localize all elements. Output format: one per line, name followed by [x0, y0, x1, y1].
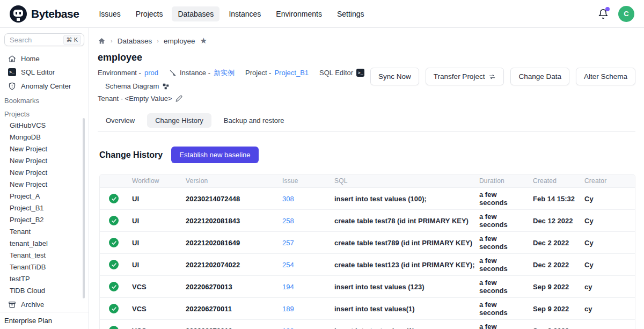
- success-check-icon: [109, 260, 119, 269]
- creator-cell: Cy: [580, 210, 635, 232]
- creator-cell: Cy: [580, 188, 635, 210]
- sql-editor-link-label[interactable]: SQL Editor: [319, 68, 353, 78]
- sidebar-project-item[interactable]: GitHubVCS: [0, 120, 89, 131]
- sidebar-project-item[interactable]: tenant_label: [0, 238, 89, 250]
- sidebar-item-sql-editor[interactable]: >_ SQL Editor: [0, 65, 89, 79]
- bytebase-logo[interactable]: Bytebase: [10, 5, 79, 23]
- success-check-icon: [109, 216, 119, 225]
- sidebar-projects-list: GitHubVCSMongoDBNew ProjectNew ProjectNe…: [0, 120, 89, 297]
- brand-name: Bytebase: [31, 8, 79, 20]
- sidebar-project-item[interactable]: New Project: [0, 167, 89, 179]
- col-creator: Creator: [580, 174, 635, 188]
- sidebar-project-item[interactable]: New Project: [0, 179, 89, 191]
- table-row[interactable]: UI 20230214072448 308 insert into test v…: [100, 188, 635, 210]
- version-cell: 20230214072448: [181, 188, 278, 210]
- search-input[interactable]: Search ⌘ K: [4, 33, 84, 46]
- environment-link[interactable]: prod: [144, 68, 158, 78]
- user-avatar[interactable]: C: [618, 6, 634, 22]
- table-row[interactable]: VCS 202206270010 188 insert into test va…: [100, 320, 635, 329]
- sidebar-item-home[interactable]: Home: [0, 52, 89, 65]
- nav-item-settings[interactable]: Settings: [331, 6, 370, 21]
- edit-pencil-icon[interactable]: [175, 95, 182, 102]
- nav-item-projects[interactable]: Projects: [130, 6, 169, 21]
- issue-link[interactable]: 258: [282, 217, 294, 225]
- sidebar-project-item[interactable]: New Project: [0, 143, 89, 155]
- duration-cell: a few seconds: [475, 188, 529, 210]
- transfer-project-button[interactable]: Transfer Project: [426, 68, 504, 85]
- created-cell: Dec 2 2022: [529, 232, 580, 254]
- sidebar-project-item[interactable]: TenantTiDB: [0, 261, 89, 273]
- sidebar-project-item[interactable]: TiDB Cloud: [0, 285, 89, 297]
- project-link[interactable]: Project_B1: [274, 68, 309, 78]
- breadcrumb-databases[interactable]: Databases: [118, 37, 152, 45]
- issue-link[interactable]: 188: [282, 327, 294, 329]
- issue-link[interactable]: 189: [282, 305, 294, 313]
- sidebar-item-label: SQL Editor: [21, 68, 55, 76]
- tab-change-history[interactable]: Change History: [147, 113, 211, 128]
- breadcrumb-home-icon[interactable]: [98, 37, 106, 45]
- nav-item-issues[interactable]: Issues: [93, 6, 126, 21]
- sidebar-project-item[interactable]: Tenant: [0, 226, 89, 238]
- sidebar-project-item[interactable]: Project_A: [0, 191, 89, 202]
- sql-cell: create table test78 (id int PRIMARY KEY): [330, 210, 475, 232]
- creator-cell: cy: [580, 276, 635, 298]
- table-row[interactable]: VCS 202206270011 189 insert into test va…: [100, 298, 635, 320]
- sql-editor-icon[interactable]: >_: [356, 69, 364, 77]
- created-cell: Dec 12 2022: [529, 210, 580, 232]
- alter-schema-button[interactable]: Alter Schema: [576, 68, 635, 85]
- environment-label: Environment -: [98, 68, 141, 78]
- sidebar-item-anomaly-center[interactable]: Anomaly Center: [0, 79, 89, 93]
- table-row[interactable]: VCS 202206270013 194 insert into test va…: [100, 276, 635, 298]
- creator-cell: Cy: [580, 254, 635, 276]
- sidebar-item-label: Home: [21, 55, 40, 63]
- breadcrumb-employee[interactable]: employee: [164, 37, 195, 45]
- version-cell: 20221202081843: [181, 210, 278, 232]
- nav-item-environments[interactable]: Environments: [270, 6, 328, 21]
- sidebar-scrollbar[interactable]: [83, 118, 85, 298]
- nav-item-instances[interactable]: Instances: [223, 6, 267, 21]
- establish-new-baseline-button[interactable]: Establish new baseline: [171, 147, 258, 163]
- project-label: Project -: [245, 68, 271, 78]
- workflow-cell: UI: [128, 232, 181, 254]
- notification-bell-icon[interactable]: [598, 9, 609, 19]
- sidebar-project-item[interactable]: Project_B2: [0, 214, 89, 226]
- issue-link[interactable]: 194: [282, 283, 294, 291]
- terminal-icon: >_: [8, 68, 16, 76]
- table-row[interactable]: UI 20221202081843 258 create table test7…: [100, 210, 635, 232]
- sidebar-project-item[interactable]: Project_B1: [0, 202, 89, 214]
- issue-link[interactable]: 257: [282, 239, 294, 247]
- bookmark-star-icon[interactable]: ★: [200, 36, 207, 46]
- instance-link[interactable]: 新实例: [214, 68, 235, 78]
- created-cell: Feb 14 15:32: [529, 188, 580, 210]
- issue-link[interactable]: 254: [282, 261, 294, 269]
- change-history-table: Workflow Version Issue SQL Duration Crea…: [99, 174, 635, 329]
- nav-item-databases[interactable]: Databases: [172, 6, 219, 21]
- schema-diagram-link-label[interactable]: Schema Diagram: [105, 81, 159, 91]
- tab-backup-and-restore[interactable]: Backup and restore: [216, 113, 292, 128]
- sync-now-button[interactable]: Sync Now: [370, 68, 419, 85]
- version-cell: 202206270013: [181, 276, 278, 298]
- change-history-heading: Change History: [99, 150, 163, 160]
- change-data-button[interactable]: Change Data: [510, 68, 569, 85]
- sidebar-project-item[interactable]: Tenant_test: [0, 250, 89, 261]
- search-shortcut-badge: ⌘ K: [63, 35, 81, 45]
- sidebar-project-item[interactable]: MongoDB: [0, 131, 89, 143]
- table-header-row: Workflow Version Issue SQL Duration Crea…: [100, 174, 635, 188]
- col-created: Created: [529, 174, 580, 188]
- sidebar-project-item[interactable]: New Project: [0, 155, 89, 167]
- table-row[interactable]: UI 20221202081649 257 create table test7…: [100, 232, 635, 254]
- schema-diagram-icon[interactable]: [162, 83, 170, 90]
- duration-cell: a few seconds: [475, 232, 529, 254]
- issue-link[interactable]: 308: [282, 195, 294, 203]
- workflow-cell: VCS: [128, 276, 181, 298]
- creator-cell: cy: [580, 298, 635, 320]
- table-row[interactable]: UI 20221202074022 254 create table test1…: [100, 254, 635, 276]
- sidebar-item-archive[interactable]: Archive: [0, 297, 89, 312]
- duration-cell: a few seconds: [475, 210, 529, 232]
- col-status: [100, 174, 128, 188]
- instance-label: Instance -: [180, 68, 210, 78]
- transfer-project-label: Transfer Project: [434, 72, 485, 81]
- sidebar-project-item[interactable]: testTP: [0, 273, 89, 285]
- tab-overview[interactable]: Overview: [98, 113, 143, 128]
- breadcrumb-separator: ›: [111, 38, 113, 44]
